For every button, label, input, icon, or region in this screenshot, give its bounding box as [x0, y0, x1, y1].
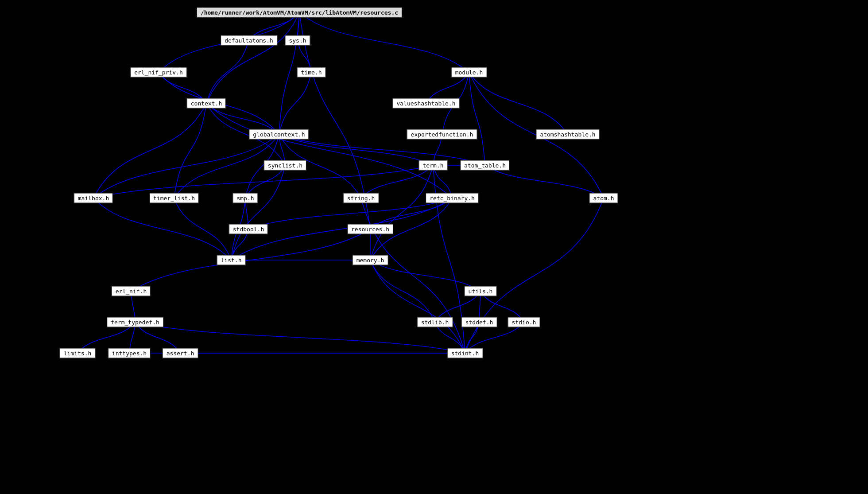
node-mailbox: mailbox.h	[74, 193, 113, 203]
node-stdio: stdio.h	[508, 317, 540, 327]
node-stddef: stddef.h	[461, 317, 497, 327]
node-valueshashtable: valueshashtable.h	[392, 98, 459, 109]
node-list: list.h	[217, 255, 246, 265]
node-limits: limits.h	[60, 348, 96, 358]
node-term_typedef: term_typedef.h	[107, 317, 163, 327]
node-memory: memory.h	[353, 255, 388, 265]
node-title: /home/runner/work/AtomVM/AtomVM/src/libA…	[197, 8, 402, 18]
node-atom_table: atom_table.h	[460, 160, 510, 171]
node-smp: smp.h	[232, 193, 258, 203]
node-utils: utils.h	[465, 286, 497, 296]
node-stdlib: stdlib.h	[417, 317, 453, 327]
node-assert: assert.h	[163, 348, 198, 358]
node-erl_nif_priv: erl_nif_priv.h	[130, 67, 187, 78]
node-refc_binary: refc_binary.h	[426, 193, 479, 203]
node-time: time.h	[297, 67, 326, 78]
graph-container: /home/runner/work/AtomVM/AtomVM/src/libA…	[0, 0, 868, 494]
node-timer_list: timer_list.h	[149, 193, 199, 203]
node-exportedfunction: exportedfunction.h	[407, 129, 477, 140]
node-module: module.h	[451, 67, 487, 78]
node-stdbool: stdbool.h	[229, 224, 268, 234]
node-string: string.h	[343, 193, 379, 203]
node-context: context.h	[187, 98, 226, 109]
node-synclist: synclist.h	[264, 160, 306, 171]
node-globalcontext: globalcontext.h	[249, 129, 309, 140]
node-atomshashtable: atomshashtable.h	[536, 129, 599, 140]
node-term: term.h	[419, 160, 448, 171]
node-defaultatoms: defaultatoms.h	[221, 35, 277, 46]
node-atom: atom.h	[589, 193, 618, 203]
node-resources: resources.h	[347, 224, 393, 234]
node-inttypes: inttypes.h	[108, 348, 151, 358]
node-stdint: stdint.h	[447, 348, 483, 358]
node-sys: sys.h	[285, 35, 310, 46]
node-erl_nif: erl_nif.h	[112, 286, 151, 296]
